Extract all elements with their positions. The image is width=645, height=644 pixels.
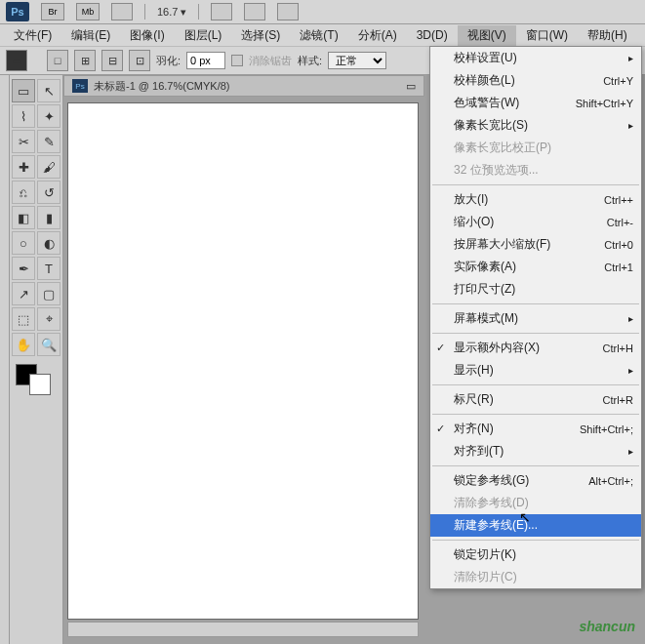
menu-item[interactable]: 锁定参考线(G)Alt+Ctrl+; xyxy=(430,469,641,492)
ps-doc-icon: Ps xyxy=(72,79,88,93)
menu-separator xyxy=(432,333,639,334)
check-icon: ✓ xyxy=(436,342,445,354)
menu-item-label: 缩小(O) xyxy=(454,214,494,230)
bridge-icon[interactable]: Br xyxy=(41,3,64,20)
selection-add-icon[interactable]: ⊞ xyxy=(74,50,96,71)
menu-item[interactable]: 缩小(O)Ctrl+- xyxy=(430,211,641,233)
watermark-main: shancun xyxy=(579,619,635,634)
menu-item[interactable]: 新建参考线(E)... xyxy=(430,514,641,537)
menu-item[interactable]: 色域警告(W)Shift+Ctrl+Y xyxy=(430,92,641,114)
menu-item: 清除参考线(D) xyxy=(430,492,641,514)
blur-tool[interactable]: ○ xyxy=(12,231,35,255)
path-tool[interactable]: ↗ xyxy=(12,282,35,305)
menu-layer[interactable]: 图层(L) xyxy=(175,25,232,46)
lasso-tool[interactable]: ⌇ xyxy=(12,104,35,128)
background-swatch[interactable] xyxy=(29,374,51,395)
menu-shortcut: Ctrl+R xyxy=(584,394,633,406)
history-brush-tool[interactable]: ↺ xyxy=(37,181,60,204)
menu-item-label: 清除切片(C) xyxy=(454,569,517,585)
menu-analysis[interactable]: 分析(A) xyxy=(348,25,407,46)
style-select[interactable]: 正常 xyxy=(328,52,386,69)
stamp-tool[interactable]: ⎌ xyxy=(12,181,35,204)
menu-item[interactable]: 按屏幕大小缩放(F)Ctrl+0 xyxy=(430,233,641,256)
wand-tool[interactable]: ✦ xyxy=(37,104,60,128)
menu-item: 像素长宽比校正(P) xyxy=(430,137,641,159)
document-statusbar[interactable] xyxy=(67,622,419,637)
menu-item-label: 实际像素(A) xyxy=(454,259,516,275)
menu-image[interactable]: 图像(I) xyxy=(120,25,174,46)
menu-view[interactable]: 视图(V) xyxy=(458,25,516,46)
3d-tool[interactable]: ⬚ xyxy=(12,307,35,331)
brush-tool[interactable]: 🖌 xyxy=(37,155,60,179)
menu-item[interactable]: 屏幕模式(M) xyxy=(430,307,641,330)
menu-item-label: 校样颜色(L) xyxy=(454,72,515,89)
menu-separator xyxy=(432,384,639,385)
menu-item: 32 位预览选项... xyxy=(430,159,641,181)
menu-3d[interactable]: 3D(D) xyxy=(407,26,458,44)
menu-item[interactable]: 打印尺寸(Z) xyxy=(430,278,641,301)
eyedropper-tool[interactable]: ✎ xyxy=(37,130,60,153)
menu-item-label: 按屏幕大小缩放(F) xyxy=(454,236,550,253)
ps-logo: Ps xyxy=(6,2,29,21)
workspace-icon[interactable] xyxy=(277,3,299,20)
type-tool[interactable]: T xyxy=(37,257,60,280)
gradient-tool[interactable]: ▮ xyxy=(37,206,60,229)
menu-item[interactable]: 锁定切片(K) xyxy=(430,543,641,566)
zoom-tool[interactable]: 🔍 xyxy=(37,333,60,356)
eraser-tool[interactable]: ◧ xyxy=(12,206,35,229)
healing-tool[interactable]: ✚ xyxy=(12,155,35,179)
selection-intersect-icon[interactable]: ⊡ xyxy=(129,50,150,71)
menu-item: 清除切片(C) xyxy=(430,566,641,588)
menu-item-label: 对齐到(T) xyxy=(454,443,504,460)
menu-window[interactable]: 窗口(W) xyxy=(516,25,578,46)
menu-item[interactable]: 显示(H) xyxy=(430,359,641,382)
pen-tool[interactable]: ✒ xyxy=(12,257,35,280)
minibridge-icon[interactable]: Mb xyxy=(76,3,100,20)
menu-item[interactable]: 校样设置(U) xyxy=(430,47,641,69)
selection-sub-icon[interactable]: ⊟ xyxy=(101,50,123,71)
color-swatches[interactable] xyxy=(12,364,60,399)
screen-mode-icon[interactable] xyxy=(111,3,133,20)
document-tab[interactable]: Ps 未标题-1 @ 16.7%(CMYK/8) ▭ xyxy=(63,75,424,97)
menu-item-label: 对齐(N) xyxy=(454,421,494,437)
menu-item[interactable]: 校样颜色(L)Ctrl+Y xyxy=(430,69,641,92)
menu-shortcut: Ctrl++ xyxy=(585,194,633,206)
menu-item[interactable]: ✓对齐(N)Shift+Ctrl+; xyxy=(430,418,641,440)
menu-filter[interactable]: 滤镜(T) xyxy=(290,25,347,46)
menu-shortcut: Ctrl+1 xyxy=(585,262,633,273)
hand-tool[interactable]: ✋ xyxy=(12,333,35,356)
panel-strip[interactable] xyxy=(0,75,10,644)
minimize-doc-icon[interactable]: ▭ xyxy=(406,80,416,93)
menu-item[interactable]: 像素长宽比(S) xyxy=(430,114,641,137)
shape-tool[interactable]: ▢ xyxy=(37,282,60,305)
menu-help[interactable]: 帮助(H) xyxy=(578,25,637,46)
menu-item-label: 显示额外内容(X) xyxy=(454,340,540,356)
tool-panel: ▭ ↖ ⌇ ✦ ✂ ✎ ✚ 🖌 ⎌ ↺ ◧ ▮ ○ ◐ ✒ T ↗ ▢ ⬚ ⌖ … xyxy=(10,75,63,644)
menu-item-label: 标尺(R) xyxy=(454,391,494,408)
menu-item[interactable]: ✓显示额外内容(X)Ctrl+H xyxy=(430,337,641,359)
menu-item[interactable]: 标尺(R)Ctrl+R xyxy=(430,388,641,411)
dodge-tool[interactable]: ◐ xyxy=(37,231,60,255)
menu-file[interactable]: 文件(F) xyxy=(4,25,61,46)
menu-item[interactable]: 放大(I)Ctrl++ xyxy=(430,188,641,211)
menu-shortcut: Ctrl+Y xyxy=(584,75,633,87)
marquee-tool[interactable]: ▭ xyxy=(12,79,35,102)
menu-item[interactable]: 对齐到(T) xyxy=(430,440,641,463)
feather-input[interactable] xyxy=(186,52,225,69)
antialias-label: 消除锯齿 xyxy=(249,54,292,68)
document-canvas[interactable] xyxy=(67,102,419,620)
zoom-readout[interactable]: 16.7 ▾ xyxy=(157,6,186,19)
marquee-preset-icon[interactable]: ▭ xyxy=(6,50,27,71)
move-tool[interactable]: ↖ xyxy=(37,79,60,102)
hand-tool-icon[interactable] xyxy=(211,3,232,20)
camera-tool[interactable]: ⌖ xyxy=(37,307,60,331)
crop-tool[interactable]: ✂ xyxy=(12,130,35,153)
menu-item-label: 放大(I) xyxy=(454,191,488,208)
arrange-icon[interactable] xyxy=(244,3,265,20)
menu-select[interactable]: 选择(S) xyxy=(231,25,290,46)
menu-item-label: 像素长宽比校正(P) xyxy=(454,140,551,156)
antialias-check[interactable] xyxy=(231,55,243,66)
menu-item[interactable]: 实际像素(A)Ctrl+1 xyxy=(430,256,641,278)
selection-new-icon[interactable]: □ xyxy=(47,50,68,71)
menu-edit[interactable]: 编辑(E) xyxy=(61,25,120,46)
